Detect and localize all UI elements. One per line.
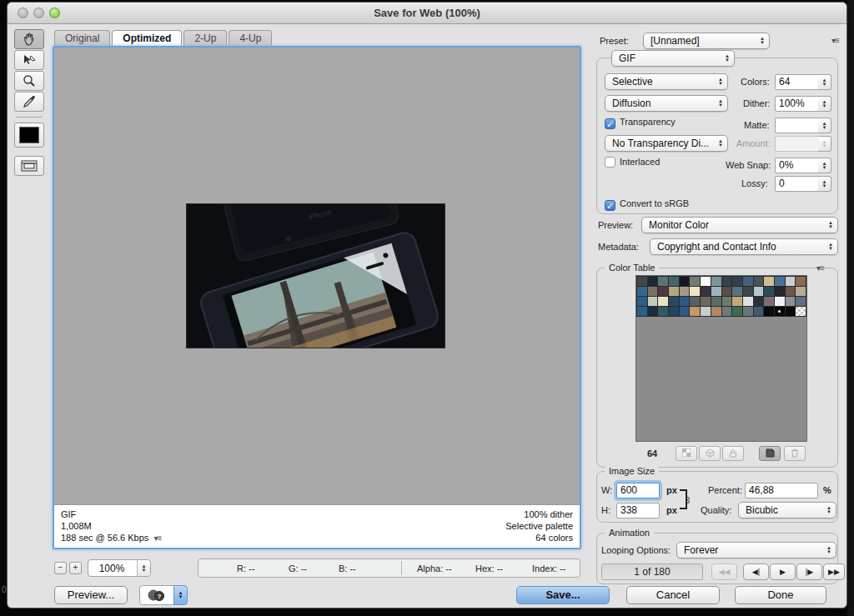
percent-value[interactable]: 46,88 — [745, 483, 818, 498]
color-swatch[interactable] — [754, 297, 764, 306]
color-swatch[interactable] — [764, 307, 774, 316]
dither-method-dropdown[interactable]: Diffusion ▲▼ — [605, 95, 728, 112]
color-swatch[interactable] — [786, 297, 796, 306]
color-swatch[interactable] — [690, 297, 700, 306]
tab-original[interactable]: Original — [54, 30, 110, 46]
color-swatch[interactable] — [669, 277, 679, 286]
color-swatch[interactable] — [690, 277, 700, 286]
format-dropdown[interactable]: GIF ▲▼ — [611, 50, 735, 67]
color-swatch[interactable] — [701, 307, 711, 316]
color-swatch[interactable] — [754, 287, 764, 296]
color-swatch[interactable] — [680, 297, 690, 306]
metadata-dropdown[interactable]: Copyright and Contact Info ▲▼ — [650, 238, 838, 255]
status-download-time[interactable]: 188 sec @ 56.6 Kbps ▾≡ — [61, 532, 161, 544]
color-swatch[interactable] — [764, 277, 774, 286]
color-swatch[interactable] — [743, 297, 753, 306]
hand-tool-button[interactable] — [14, 29, 44, 49]
tab-2up[interactable]: 2-Up — [183, 30, 227, 46]
last-frame-button[interactable]: ▶▶ — [823, 563, 845, 580]
color-swatch[interactable] — [775, 277, 785, 286]
color-swatch[interactable] — [658, 287, 668, 296]
websnap-field[interactable]: 0% ▲▼ — [775, 158, 831, 173]
color-swatch[interactable] — [690, 307, 700, 316]
new-color-button[interactable] — [759, 446, 781, 461]
color-swatch[interactable] — [764, 287, 774, 296]
color-swatch[interactable] — [669, 287, 679, 296]
color-swatch[interactable] — [786, 307, 796, 316]
first-frame-button[interactable]: ◀◀ — [711, 563, 737, 580]
browser-globe-icon[interactable]: ? — [139, 585, 174, 605]
quality-dropdown[interactable]: Bicubic ▲▼ — [738, 502, 836, 518]
color-swatch[interactable] — [732, 307, 742, 316]
preview-in-browser-button[interactable]: Preview... — [54, 586, 128, 604]
play-button[interactable]: ▶ — [770, 563, 796, 580]
preview-select-dropdown[interactable]: Monitor Color ▲▼ — [641, 217, 838, 233]
looping-options-dropdown[interactable]: Forever ▲▼ — [676, 542, 836, 558]
lock-color-button[interactable] — [722, 446, 744, 461]
eyedropper-color-swatch[interactable] — [14, 123, 44, 148]
color-swatch[interactable] — [669, 297, 679, 306]
zoom-in-button[interactable]: + — [69, 562, 82, 574]
color-swatch[interactable] — [648, 307, 658, 316]
color-swatch[interactable] — [722, 307, 732, 316]
colors-value[interactable]: 64 — [775, 74, 819, 90]
percent-field[interactable]: 46,88 — [745, 483, 818, 498]
color-swatch[interactable] — [658, 307, 668, 316]
palette-dropdown[interactable]: Selective ▲▼ — [605, 73, 728, 90]
color-swatch[interactable] — [722, 287, 732, 296]
matte-value[interactable] — [775, 118, 819, 133]
websnap-stepper[interactable]: ▲▼ — [818, 158, 831, 173]
color-swatch[interactable] — [732, 287, 742, 296]
color-swatch[interactable] — [669, 307, 679, 316]
tab-optimized[interactable]: Optimized — [112, 30, 182, 46]
web-shift-button[interactable] — [699, 446, 721, 461]
color-swatch[interactable] — [775, 307, 785, 316]
color-swatch[interactable] — [732, 277, 742, 286]
color-swatch[interactable] — [732, 297, 742, 306]
map-transparency-button[interactable] — [676, 446, 697, 461]
color-table-menu-icon[interactable]: ▾≡ — [816, 263, 824, 273]
color-swatch[interactable] — [796, 287, 806, 296]
title-bar[interactable]: Save for Web (100%) — [8, 3, 846, 24]
color-swatch[interactable] — [658, 297, 668, 306]
lossy-value[interactable]: 0 — [775, 176, 819, 192]
dither-stepper[interactable]: ▲▼ — [818, 96, 831, 112]
preview-canvas[interactable]: iPhone — [54, 48, 580, 504]
websnap-value[interactable]: 0% — [775, 158, 819, 173]
color-swatch[interactable] — [648, 297, 658, 306]
transparency-dither-dropdown[interactable]: No Transparency Di... ▲▼ — [605, 135, 728, 152]
color-swatch[interactable] — [775, 287, 785, 296]
color-swatch[interactable] — [690, 287, 700, 296]
zoom-tool-button[interactable] — [14, 71, 44, 91]
browser-select-control[interactable]: ? ▲▼ — [139, 585, 188, 605]
color-swatch[interactable] — [701, 287, 711, 296]
color-swatch[interactable] — [743, 277, 753, 286]
color-table[interactable] — [635, 275, 807, 442]
color-swatch[interactable] — [754, 307, 764, 316]
toggle-slices-visibility-button[interactable] — [14, 156, 44, 176]
color-swatch[interactable] — [722, 277, 732, 286]
matte-stepper[interactable]: ▲▼ — [818, 118, 831, 133]
width-field[interactable]: 600 — [616, 483, 660, 498]
color-swatch[interactable] — [775, 297, 785, 306]
color-swatch[interactable] — [711, 307, 721, 316]
zoom-level-select[interactable]: 100% ▲▼ — [88, 559, 151, 577]
tab-4up[interactable]: 4-Up — [229, 30, 272, 46]
preset-dropdown[interactable]: [Unnamed] ▲▼ — [643, 33, 770, 49]
color-swatch[interactable] — [722, 297, 732, 306]
color-swatch[interactable] — [711, 297, 721, 306]
color-swatch[interactable] — [701, 277, 711, 286]
previous-frame-button[interactable]: ◀| — [743, 563, 769, 580]
color-swatch[interactable] — [637, 277, 647, 286]
color-swatch[interactable] — [786, 287, 796, 296]
color-swatch[interactable] — [680, 307, 690, 316]
panel-menu-icon[interactable]: ▾≡ — [831, 36, 839, 45]
color-swatch[interactable] — [637, 287, 647, 296]
next-frame-button[interactable]: |▶ — [796, 563, 822, 580]
transparency-checkbox[interactable]: ✓ — [605, 118, 615, 129]
color-swatch[interactable] — [796, 307, 806, 316]
height-value[interactable]: 338 — [616, 503, 660, 518]
color-swatch[interactable] — [637, 297, 647, 306]
convert-srgb-checkbox[interactable]: ✓ — [605, 200, 615, 211]
zoom-out-button[interactable]: − — [54, 562, 67, 574]
